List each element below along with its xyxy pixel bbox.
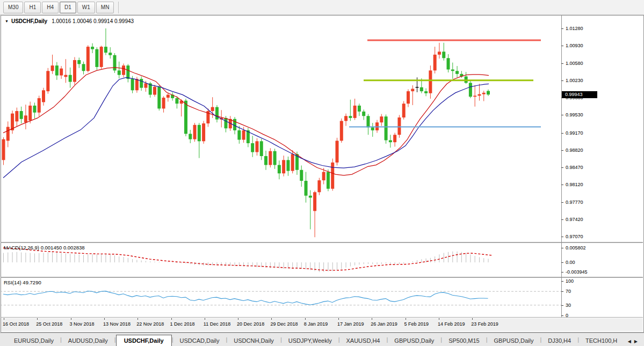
price-axis-tick [561, 46, 563, 46]
time-axis-label: 17 Jan 2019 [337, 321, 364, 327]
macd-axis-tick [561, 272, 563, 273]
chart-tab-usdcnh-daily[interactable]: USDCNH,Daily [227, 335, 280, 346]
time-axis-label: 1 Dec 2018 [170, 321, 195, 327]
time-axis-label: 14 Feb 2019 [438, 321, 465, 327]
rsi-axis-label: 100 [566, 278, 574, 284]
time-axis-label: 16 Oct 2018 [3, 321, 29, 327]
price-axis-tick [561, 237, 563, 237]
macd-label: MACD(12,26,9) 0.001450 0.002838 [4, 245, 85, 251]
current-price-badge: 0.99943 [562, 91, 597, 98]
time-axis-label: 26 Jan 2019 [371, 321, 397, 327]
chart-symbol: USDCHF,Daily [11, 18, 47, 24]
chart-dropdown-icon[interactable]: ▼ [5, 19, 9, 23]
tab-scroll-right-icon[interactable]: ▶ [634, 339, 641, 344]
time-axis-label: 23 Feb 2019 [471, 321, 498, 327]
chart-tab-usdchf-daily[interactable]: USDCHF,Daily [116, 335, 172, 346]
rsi-axis-tick [561, 281, 563, 282]
rsi-axis-label: 70 [566, 289, 571, 294]
time-axis-tick [138, 318, 138, 320]
chart-tabs: EURUSD,Daily|AUDUSD,Daily|USDCHF,Daily|U… [8, 333, 624, 346]
price-axis-tick [561, 115, 563, 115]
price-axis-label: 0.98470 [566, 165, 583, 170]
price-axis-label: 0.97420 [566, 217, 583, 222]
rsi-label: RSI(14) 49.7290 [4, 279, 41, 285]
ma-slow-blue-line [3, 77, 489, 178]
price-axis-label: 1.00580 [566, 61, 583, 66]
time-axis-tick [4, 318, 4, 320]
chart-tab-usdjpy-weekly[interactable]: USDJPY,Weekly [282, 335, 338, 346]
time-axis-label: 20 Dec 2018 [237, 321, 264, 327]
chart-ohlc-quote: 1.00016 1.00046 0.99914 0.99943 [52, 18, 134, 24]
time-axis-tick [271, 318, 272, 320]
macd-axis-label: 0.005802 [566, 245, 586, 251]
price-axis-label: 0.99530 [566, 112, 583, 117]
rsi-axis-label: 0 [566, 313, 568, 318]
chart-canvas[interactable] [0, 0, 644, 346]
time-axis-label: 11 Dec 2018 [204, 321, 230, 327]
price-axis-tick [561, 80, 563, 81]
tab-scroll-arrows: ◀▶ [628, 339, 641, 344]
rsi-axis-tick [561, 291, 563, 292]
price-axis-label: 1.00230 [566, 78, 583, 83]
price-axis-label: 0.97070 [566, 234, 583, 239]
time-axis-tick [71, 318, 71, 320]
time-axis-tick [104, 318, 105, 320]
chart-tab-audusd-daily[interactable]: AUDUSD,Daily [62, 335, 114, 346]
macd-axis-tick [561, 262, 563, 263]
price-axis-tick [561, 202, 563, 203]
time-axis-tick [238, 318, 238, 320]
rsi-line [3, 291, 488, 305]
time-axis-tick [372, 318, 372, 320]
price-axis-tick [561, 167, 563, 168]
price-axis-tick [561, 150, 563, 151]
price-axis-label: 0.98120 [566, 182, 583, 187]
time-axis-tick [338, 318, 339, 320]
chart-tab-xauusd-h4[interactable]: XAUUSD,H4 [340, 335, 387, 346]
rsi-axis-tick [561, 315, 563, 316]
tab-scroll-left-icon[interactable]: ◀ [628, 339, 634, 344]
chart-tabbar: EURUSD,Daily|AUDUSD,Daily|USDCHF,Daily|U… [0, 333, 644, 346]
chart-tab-eurusd-daily[interactable]: EURUSD,Daily [8, 335, 60, 346]
time-axis-label: 8 Jan 2019 [304, 321, 328, 327]
price-axis-label: 0.98820 [566, 148, 583, 153]
price-axis-tick [561, 219, 563, 220]
price-axis-tick [561, 63, 563, 64]
macd-axis-label: -0.003945 [566, 269, 588, 275]
chart-title: ▼USDCHF,Daily1.00016 1.00046 0.99914 0.9… [5, 18, 134, 24]
time-axis-tick [37, 318, 38, 320]
macd-axis-tick [561, 248, 563, 248]
time-axis-tick [406, 318, 406, 320]
time-axis-label: 22 Nov 2018 [136, 321, 164, 327]
ma-fast-red-line [3, 68, 489, 175]
price-axis-label: 1.01280 [566, 26, 583, 31]
time-axis-tick [205, 318, 205, 320]
price-axis-label: 1.00930 [566, 43, 583, 48]
chart-tab-usdcad-daily[interactable]: USDCAD,Daily [173, 335, 226, 346]
chart-tab-sp500-m15[interactable]: SP500,M15 [442, 335, 486, 346]
time-axis-label: 5 Feb 2019 [404, 321, 429, 327]
time-axis-tick [305, 318, 306, 320]
time-axis-tick [439, 318, 439, 320]
macd-signal-line [3, 248, 493, 270]
chart-tab-dj30-h4[interactable]: DJ30,H4 [541, 335, 577, 346]
rsi-axis-label: 30 [566, 303, 571, 308]
price-axis-tick [561, 185, 563, 185]
price-axis-label: 0.99170 [566, 130, 583, 136]
price-axis-tick [561, 28, 563, 29]
chart-tab-tech100-h[interactable]: TECH100,H [579, 335, 624, 346]
price-axis-tick [561, 133, 563, 134]
macd-histogram [4, 252, 489, 272]
time-axis-label: 3 Nov 2018 [70, 321, 95, 327]
time-axis-tick [171, 318, 172, 320]
price-axis-label: 0.97770 [566, 200, 583, 205]
mt4-window: M30H1H4D1W1MN ▼USDCHF,Daily1.00016 1.000… [0, 0, 644, 346]
rsi-axis-tick [561, 305, 563, 306]
time-axis-tick [472, 318, 473, 320]
time-axis-label: 13 Nov 2018 [103, 321, 131, 327]
time-axis-label: 25 Oct 2018 [36, 321, 62, 327]
chart-tab-gbpusd-daily[interactable]: GBPUSD,Daily [488, 335, 540, 346]
chart-tab-gbpusd-daily[interactable]: GBPUSD,Daily [388, 335, 440, 346]
macd-axis-label: 0.00 [566, 260, 575, 265]
time-axis-label: 29 Dec 2018 [270, 321, 298, 327]
